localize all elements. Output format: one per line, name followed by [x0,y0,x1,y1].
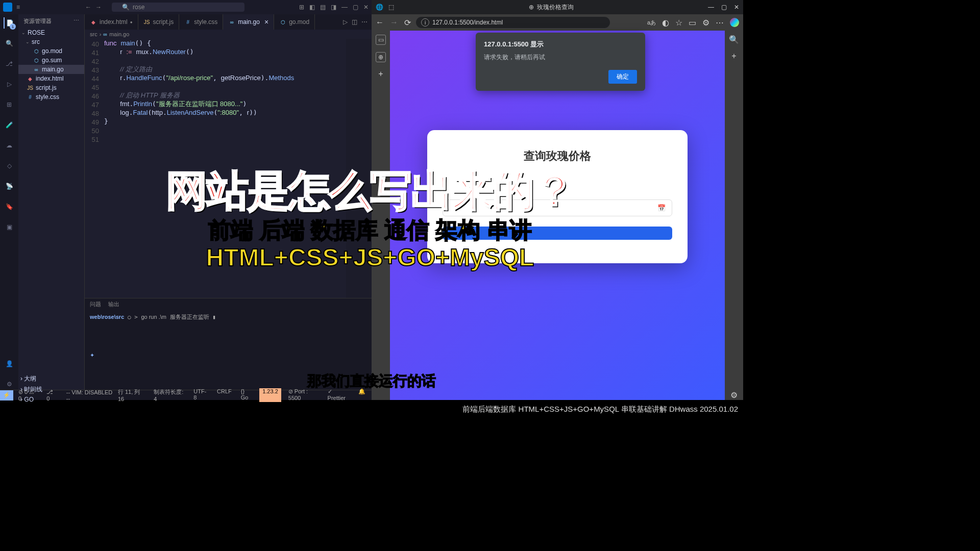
browser-title: 玫瑰价格查询 [537,3,574,12]
read-icon[interactable]: ▭ [689,18,696,28]
query-button[interactable] [443,227,672,240]
back-icon[interactable]: ← [85,4,91,11]
sb-cursor[interactable]: 行 11, 列 16 [116,388,146,402]
browser-left-sidebar: ▭ ⊕ + [372,31,390,400]
settings-icon[interactable]: ⚙ [4,379,15,390]
tab-gomod[interactable]: ⬡go.mod [274,14,315,30]
terminal-body[interactable]: web\rose\src ○ > go run .\m 服务器正在监听 ▮ ✦ [85,310,372,362]
tab-stylecss[interactable]: #style.css [179,14,223,30]
search-text: rose [133,4,144,11]
browser-window: 🌐 ⬚ ⊕ 玫瑰价格查询 — ▢ ✕ ← → ⟳ i 127.0.0.1:550… [372,0,743,400]
tab-more-icon[interactable]: ⋯ [361,18,368,26]
sb-lang[interactable]: {} Go [239,388,254,402]
outline-timeline[interactable]: › 时间线 [20,384,84,390]
footer-text: 前端后端数据库 HTML+CSS+JS+GO+MySQL 串联基础讲解 DHwa… [462,405,738,414]
url-text: 127.0.0.1:5500/index.html [432,19,503,26]
minimize-icon[interactable]: — [341,4,348,11]
code-editor[interactable]: 404142434445464748495051 func main() { r… [85,39,372,298]
alert-ok-button[interactable]: 确定 [608,70,637,84]
br-back-icon[interactable]: ← [376,18,384,28]
tree-file-stylecss[interactable]: #style.css [18,92,84,102]
tree-folder-src[interactable]: ⌄src [18,37,84,46]
br-forward-icon[interactable]: → [390,18,398,28]
tab-action-icon[interactable]: ▭ [376,35,386,45]
remote-button[interactable]: ⚡ [0,390,13,400]
nav-arrows: ← → [85,4,102,11]
explorer-icon[interactable]: 📄1 [4,17,15,29]
vertical-tab-icon[interactable]: ⊕ [376,52,386,62]
tab-maingo[interactable]: ∞main.go× [223,14,274,30]
scm-icon[interactable]: ⎇ [4,58,15,69]
term-tab-problems[interactable]: 问题 [90,300,101,308]
menu-icon[interactable]: ≡ [16,4,20,11]
debug-icon[interactable]: ▷ [4,79,15,90]
br-refresh-icon[interactable]: ⟳ [404,18,411,28]
tree-file-gosum[interactable]: ⬡go.sum [18,56,84,65]
browser-toolbar: ← → ⟳ i 127.0.0.1:5500/index.html aあ ◐ ☆… [372,14,743,31]
tree-file-maingo[interactable]: ∞main.go [18,65,84,74]
tab-close-icon[interactable]: × [264,18,268,26]
forward-icon[interactable]: → [95,4,102,11]
tree-file-gomod[interactable]: ⬡go.mod [18,46,84,56]
account-icon[interactable]: 👤 [4,358,15,369]
new-tab-icon[interactable]: + [378,69,383,79]
term-tab-output[interactable]: 输出 [108,300,119,308]
live-icon[interactable]: 📡 [4,181,15,192]
db-icon[interactable]: ◇ [4,160,15,171]
panel-bottom-icon[interactable]: ▤ [320,4,326,11]
sidebar-more-icon[interactable]: ⋯ [74,17,79,25]
workspace-icon[interactable]: ⬚ [388,4,394,11]
tree-project[interactable]: ⌄ROSE [18,28,84,37]
command-search[interactable]: 🔍 rose [112,3,244,12]
sb-gover[interactable]: 1.23.2 [259,388,281,402]
calendar-icon[interactable]: 📅 [657,204,666,212]
tree-file-indexhtml[interactable]: ◆index.html [18,74,84,83]
minimap[interactable] [346,39,372,298]
sb-tabsize[interactable]: 制表符长度: 4 [152,388,186,402]
tracker-icon[interactable]: ◐ [662,18,669,28]
close-icon[interactable]: ✕ [363,4,369,11]
outline-daguan[interactable]: › 大纲 [20,373,84,384]
test-icon[interactable]: 🧪 [4,119,15,131]
browser-titlebar: 🌐 ⬚ ⊕ 玫瑰价格查询 — ▢ ✕ [372,0,743,14]
sb-eol[interactable]: CRLF [215,388,234,402]
br-minimize-icon[interactable]: — [708,4,714,11]
translate-icon[interactable]: aあ [647,19,656,27]
remote-icon[interactable]: ☁ [4,140,15,151]
panel-right-icon[interactable]: ◨ [331,4,336,11]
alert-message: 请求失败，请稍后再试 [484,53,637,62]
url-bar[interactable]: i 127.0.0.1:5500/index.html [416,17,610,28]
search-activity-icon[interactable]: 🔍 [4,38,15,49]
breadcrumb[interactable]: src › ∞ main.go [85,30,372,39]
tree-file-scriptjs[interactable]: JSscript.js [18,83,84,92]
favorite-icon[interactable]: ☆ [675,18,682,28]
sidebar: 资源管理器 ⋯ ⌄ROSE ⌄src ⬡go.mod ⬡go.sum ∞main… [18,14,85,390]
br-maximize-icon[interactable]: ▢ [721,4,727,11]
extensions-icon[interactable]: ⊞ [4,99,15,110]
ext-icon[interactable]: ⚙ [702,18,709,28]
panel-left-icon[interactable]: ◧ [309,4,315,11]
split-icon[interactable]: ◫ [352,18,357,26]
run-icon[interactable]: ▷ [343,18,348,26]
card-heading: 查询玫瑰价格 [443,148,672,164]
maximize-icon[interactable]: ▢ [353,4,358,11]
site-info-icon[interactable]: i [421,18,429,27]
copilot-icon[interactable] [730,18,739,27]
br-close-icon[interactable]: ✕ [734,4,739,11]
date-input[interactable]: 📅 [443,199,672,216]
br-search-icon[interactable]: 🔍 [729,35,739,44]
browser-right-sidebar: 🔍 + ⚙ [725,31,743,400]
layout-icon[interactable]: ⊞ [299,4,304,11]
tab-indexhtml[interactable]: ◆index.html● [85,14,138,30]
alert-title: 127.0.0.1:5500 显示 [484,40,637,49]
br-add-icon[interactable]: + [731,52,736,61]
tab-scriptjs[interactable]: JSscript.js [138,14,180,30]
query-card: 查询玫瑰价格 📅 [427,130,688,263]
more-icon[interactable]: ⋯ [716,18,724,28]
sb-encoding[interactable]: UTF-8 [191,388,210,402]
globe-icon: ⊕ [529,4,534,11]
bookmark-icon[interactable]: 🔖 [4,201,15,212]
code-content[interactable]: func main() { r := mux.NewRouter() // 定义… [104,39,372,298]
br-settings-icon[interactable]: ⚙ [730,390,738,400]
docker-icon[interactable]: ▣ [4,221,15,233]
